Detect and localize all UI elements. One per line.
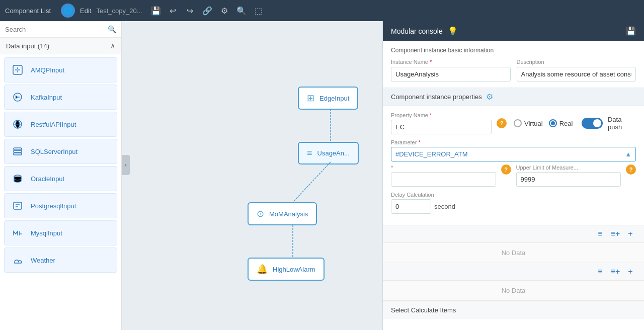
flow-node-usage-analysis[interactable]: ≡ UsageAn... — [298, 142, 359, 164]
no-data-label-2: No Data — [502, 287, 526, 294]
data-push-label: Data push — [608, 116, 636, 131]
restful-icon — [11, 117, 25, 131]
parameter-label: Parameter * — [391, 139, 636, 145]
sidebar-item-weather[interactable]: Weather — [4, 248, 117, 273]
table2-plus-icon[interactable]: + — [625, 266, 636, 277]
no-data-row-2: No Data — [383, 281, 644, 301]
connector-lines — [122, 21, 382, 330]
basic-info-label: Component instance basic information — [391, 47, 636, 54]
delay-calc-row: Delay Calculation second — [391, 192, 636, 214]
svg-line-9 — [293, 162, 331, 202]
amqp-icon — [11, 63, 25, 77]
svg-rect-4 — [14, 150, 22, 152]
sidebar-item-mysql[interactable]: MysqlInput — [4, 220, 117, 245]
real-radio[interactable]: Real — [549, 119, 573, 127]
postgresql-icon — [11, 199, 25, 213]
sidebar-section-title: Data input (14) — [6, 42, 49, 50]
delay-group: Delay Calculation second — [391, 192, 636, 214]
sidebar-item-postgresql[interactable]: PostgresqlInput — [4, 193, 117, 218]
main-area: 🔍 Data input (14) ∧ AMQPInput KafkaInput — [0, 21, 644, 330]
sidebar-item-amqp[interactable]: AMQPInput — [4, 57, 117, 82]
parameter-value: #DEVICE_ERROR_ATM — [395, 150, 468, 158]
mom-analysis-label: MoMAnalysis — [269, 210, 308, 218]
sidebar-item-oracle[interactable]: OracleInput — [4, 166, 117, 191]
step-group: * — [391, 164, 496, 187]
link-icon[interactable]: 🔗 — [201, 4, 214, 17]
delay-input[interactable] — [391, 199, 431, 214]
property-name-input[interactable] — [391, 120, 492, 134]
real-label: Real — [559, 120, 573, 127]
panel-body: Component instance basic information Ins… — [383, 41, 644, 330]
real-radio-circle — [549, 119, 557, 127]
globe-icon[interactable]: 🌐 — [61, 4, 75, 18]
property-name-row: Property Name * ? Virtual Real — [391, 112, 636, 134]
no-data-label-1: No Data — [502, 249, 526, 257]
instance-name-input[interactable] — [391, 67, 511, 81]
table1-header: ≡ ≡+ + — [383, 225, 644, 243]
restful-label: RestfulAPIInput — [31, 121, 76, 128]
panel-header: Modular console 💡 💾 — [383, 21, 644, 41]
highlowAlarm-label: HighLowAlarm — [273, 266, 315, 273]
select-calculate-label: Select Calculate Items — [391, 306, 456, 314]
sidebar-item-restful[interactable]: RestfulAPIInput — [4, 112, 117, 137]
search-input[interactable] — [5, 26, 108, 33]
select-calculate-section[interactable]: Select Calculate Items — [383, 301, 644, 319]
table1-plus-icon[interactable]: + — [625, 228, 636, 239]
sqlserver-icon — [11, 144, 25, 158]
table2-header: ≡ ≡+ + — [383, 263, 644, 281]
description-label: Description — [517, 59, 636, 65]
svg-rect-5 — [14, 153, 22, 155]
filename-label: Test_copy_20... — [96, 7, 142, 15]
edge-input-label: EdgeInput — [319, 95, 349, 102]
sidebar-item-sqlserver[interactable]: SQLServerInput — [4, 139, 117, 164]
help-icon[interactable]: ? — [497, 118, 507, 128]
step-input[interactable] — [391, 172, 496, 187]
data-push-toggle[interactable] — [582, 118, 603, 129]
flow-node-edge-input[interactable]: ⊞ EdgeInput — [298, 87, 358, 110]
description-group: Description — [517, 59, 636, 81]
parameter-select[interactable]: #DEVICE_ERROR_ATM ▲ — [391, 147, 636, 161]
table1-add-row-icon[interactable]: ≡+ — [610, 228, 621, 239]
select-icon[interactable]: ⬚ — [252, 4, 265, 17]
parameter-row: Parameter * #DEVICE_ERROR_ATM ▲ — [391, 139, 636, 161]
flow-node-mom-analysis[interactable]: ⊙ MoMAnalysis — [248, 202, 317, 225]
save-icon[interactable]: 💾 — [149, 4, 163, 17]
sidebar-collapse-handle[interactable]: ‹ — [122, 155, 130, 175]
property-form-area: Property Name * ? Virtual Real — [383, 106, 644, 225]
usage-analysis-icon: ≡ — [307, 148, 312, 158]
no-data-row-1: No Data — [383, 243, 644, 263]
component-list-title: Component List — [5, 7, 51, 15]
sidebar-collapse-icon[interactable]: ∧ — [110, 42, 115, 50]
flow-node-highlowAlarm[interactable]: 🔔 HighLowAlarm — [248, 258, 325, 281]
table2-list-icon[interactable]: ≡ — [595, 266, 606, 277]
sidebar-search-bar[interactable]: 🔍 — [0, 21, 121, 38]
virtual-radio[interactable]: Virtual — [514, 119, 543, 127]
props-section-header: Component instance properties ⚙ — [383, 88, 644, 106]
table2-add-row-icon[interactable]: ≡+ — [610, 266, 621, 277]
weather-label: Weather — [31, 257, 55, 264]
undo-icon[interactable]: ↩ — [167, 4, 180, 17]
oracle-icon — [11, 172, 25, 186]
highlowAlarm-icon: 🔔 — [257, 264, 268, 275]
mom-analysis-icon: ⊙ — [257, 208, 264, 219]
props-gear-icon[interactable]: ⚙ — [486, 92, 493, 102]
search-icon: 🔍 — [108, 25, 116, 33]
sidebar-item-kafka[interactable]: KafkaInput — [4, 85, 117, 110]
right-panel: Modular console 💡 💾 Component instance b… — [382, 21, 644, 330]
basic-info-form-row: Instance Name * Description — [391, 59, 636, 81]
table1-list-icon[interactable]: ≡ — [595, 228, 606, 239]
description-input[interactable] — [517, 67, 636, 81]
param-arrow-icon: ▲ — [625, 150, 631, 158]
toolbar-icons: 💾 ↩ ↪ 🔗 ⚙ 🔍 ⬚ — [149, 4, 265, 17]
weather-icon — [11, 253, 25, 267]
oracle-label: OracleInput — [31, 175, 64, 183]
upper-limit-input[interactable] — [516, 172, 621, 187]
zoom-icon[interactable]: 🔍 — [235, 4, 248, 17]
sqlserver-label: SQLServerInput — [31, 148, 77, 155]
panel-save-button[interactable]: 💾 — [626, 26, 636, 36]
svg-rect-7 — [14, 202, 22, 209]
step-help-icon[interactable]: ? — [501, 164, 511, 175]
settings-icon[interactable]: ⚙ — [218, 4, 231, 17]
upper-help-icon[interactable]: ? — [626, 164, 636, 175]
redo-icon[interactable]: ↪ — [184, 4, 197, 17]
